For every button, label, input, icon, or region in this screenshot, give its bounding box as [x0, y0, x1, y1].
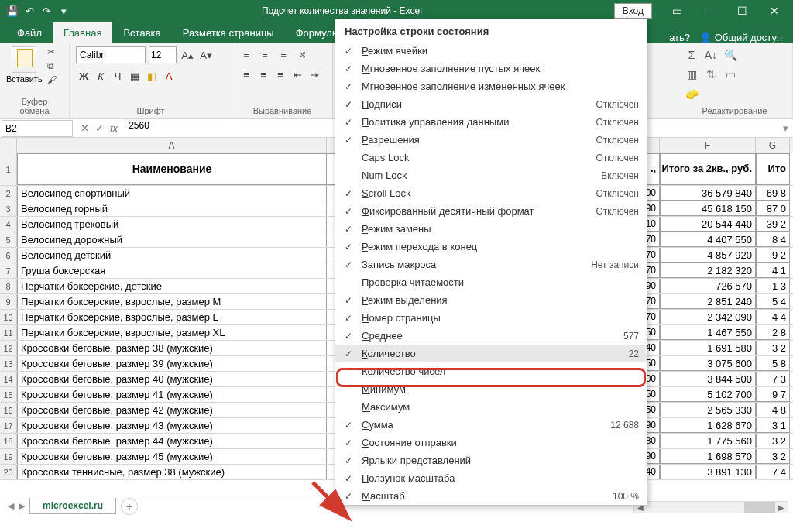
cell-name[interactable]: Кроссовки беговые, размер 44 (мужские) [17, 434, 327, 448]
cell-name[interactable]: Кроссовки беговые, размер 45 (мужские) [17, 449, 327, 464]
status-option[interactable]: ✓Режим ячейки [335, 42, 647, 60]
cell-total-cut[interactable]: 4 8 [756, 403, 790, 417]
border-icon[interactable]: ▦ [127, 68, 142, 84]
cell-name[interactable]: Груша боксерская [17, 263, 327, 278]
row-header[interactable]: 20 [0, 465, 17, 479]
row-header[interactable]: 17 [0, 418, 17, 433]
tab-file[interactable]: Файл [6, 22, 53, 43]
align-bottom-icon[interactable]: ≡ [276, 46, 291, 62]
cell-total-cut[interactable]: 5 4 [756, 294, 790, 309]
cancel-formula-icon[interactable]: ✕ [81, 122, 89, 134]
status-option[interactable]: ✓Мгновенное заполнение измененных ячеек [335, 77, 647, 95]
status-option[interactable]: Минимум [335, 380, 647, 398]
cell-total-cut[interactable]: 87 0 [756, 201, 790, 216]
status-option[interactable]: ✓Режим перехода в конец [335, 238, 647, 256]
row-header[interactable]: 10 [0, 310, 17, 324]
row-header[interactable]: 18 [0, 434, 17, 448]
cell-name[interactable]: Кроссовки беговые, размер 39 (мужские) [17, 356, 327, 371]
status-option[interactable]: ✓Запись макросаНет записи [335, 256, 647, 273]
row-header[interactable]: 6 [0, 248, 17, 263]
status-option[interactable]: Максимум [335, 398, 647, 416]
status-option[interactable]: ✓Масштаб100 % [335, 487, 647, 505]
header-cell-a[interactable]: Наименование [17, 153, 327, 185]
cell-name[interactable]: Перчатки боксерские, взрослые, размер M [17, 294, 327, 309]
cell-total-q2[interactable]: 5 102 700 [660, 387, 756, 402]
status-option[interactable]: ✓Ползунок масштаба [335, 469, 647, 487]
status-option[interactable]: ✓Сумма12 688 [335, 416, 647, 434]
cell-total-q2[interactable]: 726 570 [660, 279, 756, 293]
cell-total-q2[interactable]: 1 467 550 [660, 325, 756, 340]
cell-total-q2[interactable]: 1 691 580 [660, 341, 756, 355]
cell-total-q2[interactable]: 4 407 550 [660, 232, 756, 247]
cell-total-cut[interactable]: 1 3 [756, 279, 790, 293]
status-option[interactable]: Проверка читаемости [335, 273, 647, 291]
redo-icon[interactable]: ↷ [40, 5, 53, 17]
cell-total-cut[interactable]: 8 4 [756, 232, 790, 247]
cell-name[interactable]: Перчатки боксерские, детские [17, 279, 327, 293]
shrink-font-icon[interactable]: A▾ [198, 47, 214, 63]
row-header[interactable]: 4 [0, 217, 17, 232]
status-option[interactable]: ✓Политика управления даннымиОтключен [335, 113, 647, 131]
expand-formula-bar-icon[interactable]: ▾ [778, 122, 793, 134]
row-header[interactable]: 3 [0, 201, 17, 216]
autosum-icon[interactable]: Σ [683, 46, 700, 63]
qat-customize-icon[interactable]: ▾ [57, 5, 70, 17]
status-option[interactable]: Num LockВключен [335, 166, 647, 184]
row-header[interactable]: 14 [0, 372, 17, 386]
row-header[interactable]: 5 [0, 232, 17, 247]
cell-name[interactable]: Кроссовки беговые, размер 43 (мужские) [17, 418, 327, 433]
maximize-icon[interactable]: ☐ [726, 0, 757, 22]
undo-icon[interactable]: ↶ [23, 5, 36, 17]
cell-total-q2[interactable]: 20 544 440 [660, 217, 756, 232]
cell-total-cut[interactable]: 9 7 [756, 387, 790, 402]
tell-me-cut[interactable]: ать? [669, 32, 690, 43]
cell-name[interactable]: Кроссовки беговые, размер 42 (мужские) [17, 403, 327, 417]
cell-total-cut[interactable]: 7 4 [756, 465, 790, 479]
cell-total-q2[interactable]: 2 342 090 [660, 310, 756, 324]
cell-name[interactable]: Велосипед горный [17, 201, 327, 216]
col-header-a[interactable]: A [17, 138, 327, 153]
find-icon[interactable]: 🔍 [722, 46, 739, 63]
cell-total-cut[interactable]: 2 8 [756, 325, 790, 340]
cell-name[interactable]: Кроссовки беговые, размер 38 (мужские) [17, 341, 327, 355]
header-cell-f[interactable]: Итого за 2кв., руб. [660, 153, 756, 185]
cell-total-cut[interactable]: 4 1 [756, 263, 790, 278]
status-option[interactable]: ✓Мгновенное заполнение пустых ячеек [335, 60, 647, 77]
sheet-nav-next-icon[interactable]: ▶ [19, 501, 25, 511]
status-option[interactable]: ✓Режим выделения [335, 291, 647, 309]
cell-total-q2[interactable]: 3 075 600 [660, 356, 756, 371]
align-center-icon[interactable]: ≡ [256, 67, 271, 82]
cell-name[interactable]: Кроссовки теннисные, размер 38 (мужские) [17, 465, 327, 479]
format-painter-icon[interactable]: 🖌 [47, 74, 60, 85]
cell-total-cut[interactable]: 4 4 [756, 310, 790, 324]
select-all-corner[interactable] [0, 138, 17, 153]
name-box[interactable]: B2 [2, 120, 73, 137]
status-option[interactable]: Caps LockОтключен [335, 149, 647, 166]
login-button[interactable]: Вход [614, 3, 652, 19]
status-option[interactable]: ✓ПодписиОтключен [335, 95, 647, 113]
sort-asc-icon[interactable]: A↓ [702, 46, 719, 63]
cell-total-cut[interactable]: 7 3 [756, 372, 790, 386]
row-header[interactable]: 7 [0, 263, 17, 278]
cell-total-q2[interactable]: 4 857 920 [660, 248, 756, 263]
cut-icon[interactable]: ✂ [47, 46, 60, 57]
status-option[interactable]: ✓РазрешенияОтключен [335, 131, 647, 149]
cell-total-q2[interactable]: 1 698 570 [660, 449, 756, 464]
cell-name[interactable]: Велосипед дорожный [17, 232, 327, 247]
horizontal-scrollbar[interactable]: ◀▶ [633, 501, 788, 513]
status-option[interactable]: ✓Среднее577 [335, 327, 647, 345]
status-option[interactable]: ✓Ярлыки представлений [335, 451, 647, 469]
cell-total-q2[interactable]: 1 628 670 [660, 418, 756, 433]
row-header[interactable]: 13 [0, 356, 17, 371]
sheet-nav-prev-icon[interactable]: ◀ [8, 501, 14, 511]
status-option[interactable]: ✓Состояние отправки [335, 434, 647, 451]
cell-total-q2[interactable]: 2 565 330 [660, 403, 756, 417]
tab-page-layout[interactable]: Разметка страницы [172, 22, 285, 43]
row-header[interactable]: 15 [0, 387, 17, 402]
row-header[interactable]: 8 [0, 279, 17, 293]
align-left-icon[interactable]: ≡ [239, 67, 254, 82]
cell-total-cut[interactable]: 9 2 [756, 248, 790, 263]
cell-total-q2[interactable]: 2 182 320 [660, 263, 756, 278]
font-color-icon[interactable]: A [161, 68, 177, 84]
minimize-icon[interactable]: ― [694, 0, 725, 22]
